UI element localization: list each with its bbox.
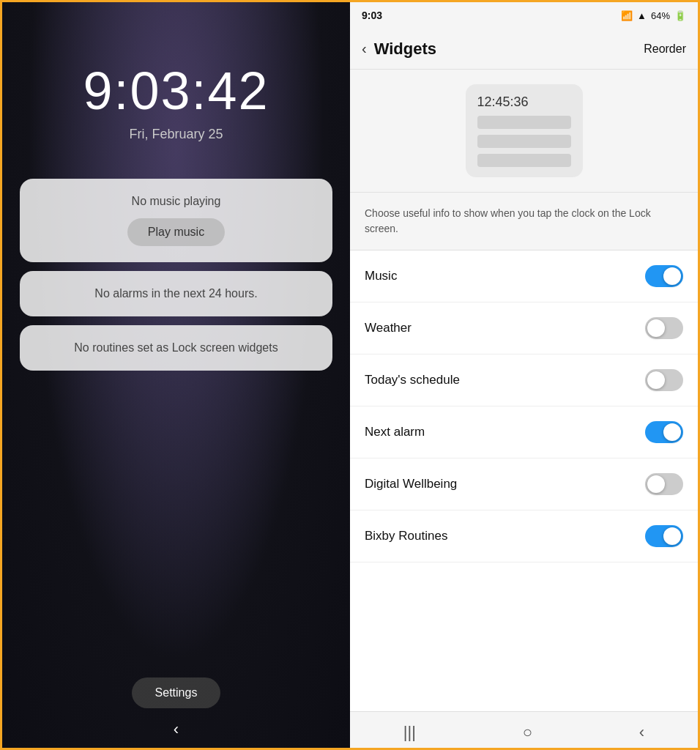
toggle-knob-5 xyxy=(663,527,681,545)
lock-time: 9:03:42 xyxy=(83,61,269,121)
lock-widgets: No music playing Play music No alarms in… xyxy=(20,179,333,371)
home-icon[interactable]: ○ xyxy=(523,723,532,742)
back-nav-icon[interactable]: ‹ xyxy=(639,723,644,742)
play-music-button[interactable]: Play music xyxy=(127,218,225,246)
toggle-label-1: Weather xyxy=(365,321,412,335)
toggle-knob-1 xyxy=(647,319,665,337)
page-title: Widgets xyxy=(374,40,436,59)
status-icons: 📶 ▲ 64% 🔋 xyxy=(621,10,686,21)
bottom-nav: ||| ○ ‹ xyxy=(350,711,698,750)
toggle-item-weather: Weather xyxy=(350,302,698,354)
toggle-switch-1[interactable] xyxy=(645,317,683,339)
preview-time: 12:45:36 xyxy=(477,94,571,110)
alarm-widget: No alarms in the next 24 hours. xyxy=(20,271,333,316)
battery-text: 64% xyxy=(651,10,670,21)
preview-bar-1 xyxy=(477,116,571,129)
toggle-switch-4[interactable] xyxy=(645,473,683,495)
toggle-switch-0[interactable] xyxy=(645,265,683,287)
no-alarm-text: No alarms in the next 24 hours. xyxy=(94,287,257,300)
status-time: 9:03 xyxy=(362,10,382,21)
toggle-switch-5[interactable] xyxy=(645,525,683,547)
reorder-button[interactable]: Reorder xyxy=(644,42,686,56)
signal-icon: ▲ xyxy=(637,10,647,21)
toggle-item-next-alarm: Next alarm xyxy=(350,406,698,458)
back-button[interactable]: ‹ xyxy=(362,40,367,57)
toggle-switch-3[interactable] xyxy=(645,421,683,443)
toggle-switch-2[interactable] xyxy=(645,369,683,391)
toggle-knob-0 xyxy=(663,267,681,285)
preview-card: 12:45:36 xyxy=(466,84,583,177)
toggle-item-bixby-routines: Bixby Routines xyxy=(350,510,698,562)
preview-bar-3 xyxy=(477,154,571,167)
music-widget: No music playing Play music xyxy=(20,179,333,262)
toggle-label-3: Next alarm xyxy=(365,425,425,439)
toggle-item-digital-wellbeing: Digital Wellbeing xyxy=(350,458,698,510)
toggle-label-2: Today's schedule xyxy=(365,373,460,387)
no-music-text: No music playing xyxy=(132,195,221,208)
routines-widget: No routines set as Lock screen widgets xyxy=(20,325,333,371)
settings-button[interactable]: Settings xyxy=(132,677,221,708)
toggle-label-4: Digital Wellbeing xyxy=(365,477,457,491)
toggle-list: MusicWeatherToday's scheduleNext alarmDi… xyxy=(350,250,698,711)
widget-preview: 12:45:36 xyxy=(350,70,698,193)
no-routines-text: No routines set as Lock screen widgets xyxy=(74,341,278,354)
toggle-knob-2 xyxy=(647,371,665,389)
toggle-knob-3 xyxy=(663,423,681,441)
toggle-item-today's-schedule: Today's schedule xyxy=(350,354,698,406)
top-bar: ‹ Widgets Reorder xyxy=(350,29,698,70)
recent-apps-icon[interactable]: ||| xyxy=(403,723,416,742)
toggle-item-music: Music xyxy=(350,250,698,302)
wifi-icon: 📶 xyxy=(621,10,633,21)
info-text: Choose useful info to show when you tap … xyxy=(350,193,698,250)
lock-back-icon[interactable]: ‹ xyxy=(174,720,179,739)
lock-date: Fri, February 25 xyxy=(129,127,223,142)
toggle-label-5: Bixby Routines xyxy=(365,529,447,543)
toggle-label-0: Music xyxy=(365,269,397,283)
settings-panel: 9:03 📶 ▲ 64% 🔋 ‹ Widgets Reorder 12:45:3… xyxy=(350,2,698,750)
top-bar-left: ‹ Widgets xyxy=(362,40,436,59)
status-bar: 9:03 📶 ▲ 64% 🔋 xyxy=(350,2,698,29)
preview-bar-2 xyxy=(477,135,571,148)
toggle-knob-4 xyxy=(647,475,665,493)
lock-screen: 9:03:42 Fri, February 25 No music playin… xyxy=(2,2,350,750)
battery-icon: 🔋 xyxy=(674,10,686,21)
